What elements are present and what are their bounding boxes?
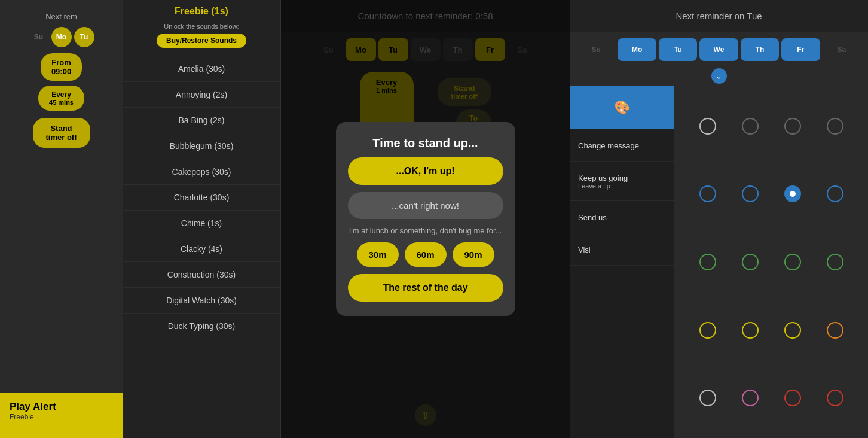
keep-going-sidebar-item[interactable]: Keep us going Leave a tip <box>570 163 674 201</box>
modal-title: Time to stand up... <box>372 136 478 150</box>
sound-annoying[interactable]: Annoying (2s) <box>123 82 280 108</box>
modal-60m-button[interactable]: 60m <box>405 242 447 267</box>
radio-red-2[interactable] <box>827 390 843 406</box>
right-day-sa[interactable]: Sa <box>823 38 861 61</box>
send-us-label: Send us <box>578 213 666 222</box>
sound-construction[interactable]: Construction (30s) <box>123 262 280 288</box>
radio-green-1[interactable] <box>699 254 716 270</box>
radio-cell-1-2[interactable] <box>742 110 759 143</box>
change-message-label: Change message <box>578 141 666 150</box>
day-su[interactable]: Su <box>29 27 49 47</box>
sound-amelia[interactable]: Amelia (30s) <box>123 56 280 82</box>
radio-row-3 <box>686 245 856 279</box>
radio-cell-4-2[interactable] <box>742 314 759 347</box>
modal-30m-button[interactable]: 30m <box>357 242 399 267</box>
radio-cell-5-1[interactable] <box>699 381 716 415</box>
sound-bubblegum[interactable]: Bubblegum (30s) <box>123 133 280 159</box>
right-body: 🎨 Change message Keep us going Leave a t… <box>570 86 868 438</box>
sound-cakepops[interactable]: Cakepops (30s) <box>123 159 280 185</box>
right-day-we[interactable]: We <box>699 38 738 61</box>
day-mo[interactable]: Mo <box>51 27 72 47</box>
unlock-text: Unlock the sounds below: <box>164 23 239 30</box>
radio-cell-3-4[interactable] <box>827 245 843 279</box>
sound-charlotte[interactable]: Charlotte (30s) <box>123 185 280 211</box>
radio-yellow-1[interactable] <box>699 322 716 339</box>
day-tu[interactable]: Tu <box>74 27 94 47</box>
stand-button[interactable]: Stand timer off <box>33 118 90 148</box>
left-days-row: Su Mo Tu <box>29 27 94 47</box>
radio-cell-2-1[interactable] <box>699 177 716 211</box>
sound-clacky[interactable]: Clacky (4s) <box>123 236 280 262</box>
radio-cell-1-4[interactable] <box>827 110 843 143</box>
visi-sidebar-item[interactable]: Visi <box>570 235 674 266</box>
radio-cell-5-4[interactable] <box>827 381 843 415</box>
radio-cell-3-1[interactable] <box>699 245 716 279</box>
radio-cell-3-3[interactable] <box>784 245 801 279</box>
sound-digital-watch[interactable]: Digital Watch (30s) <box>123 288 280 314</box>
panel-stand-timer: Next rem Su Mo Tu From 09:00 Every 45 mi… <box>0 0 123 438</box>
radio-gray-2[interactable] <box>784 118 801 135</box>
radio-green-2[interactable] <box>742 254 759 270</box>
chevron-down-indicator: ⌄ <box>570 67 868 86</box>
modal-time-row: 30m 60m 90m <box>357 242 494 267</box>
send-us-sidebar-item[interactable]: Send us <box>570 202 674 233</box>
modal-90m-button[interactable]: 90m <box>453 242 494 267</box>
radio-gray-1[interactable] <box>742 118 759 135</box>
buy-sounds-button[interactable]: Buy/Restore Sounds <box>157 34 246 48</box>
chevron-down-icon: ⌄ <box>711 68 727 84</box>
sound-chime[interactable]: Chime (1s) <box>123 211 280 236</box>
sound-ba-bing[interactable]: Ba Bing (2s) <box>123 108 280 133</box>
radio-cell-2-3[interactable] <box>784 177 801 211</box>
radio-white-2[interactable] <box>699 390 716 406</box>
palette-sidebar-item[interactable]: 🎨 <box>570 86 674 129</box>
radio-cell-5-3[interactable] <box>784 381 801 415</box>
radio-cell-3-2[interactable] <box>742 245 759 279</box>
radio-white-1[interactable] <box>699 118 716 135</box>
every-button[interactable]: Every 45 mins <box>38 86 84 111</box>
right-sidebar: 🎨 Change message Keep us going Leave a t… <box>570 86 674 438</box>
from-button[interactable]: From 09:00 <box>41 53 82 81</box>
radio-row-4 <box>686 314 856 347</box>
radio-row-2 <box>686 177 856 211</box>
radio-cell-4-4[interactable] <box>827 314 843 347</box>
play-alert-button[interactable]: Play Alert Freebie <box>0 393 123 438</box>
radio-cell-4-3[interactable] <box>784 314 801 347</box>
radio-green-3[interactable] <box>784 254 801 270</box>
modal-overlay: Time to stand up... ...OK, I'm up! ...ca… <box>281 0 570 438</box>
radio-row-1 <box>686 110 856 143</box>
radio-cell-2-4[interactable] <box>827 177 843 211</box>
right-day-mo[interactable]: Mo <box>618 38 656 61</box>
radio-gray-3[interactable] <box>827 118 843 135</box>
radio-blue-1[interactable] <box>699 185 716 202</box>
radio-yellow-2[interactable] <box>742 322 759 339</box>
modal-ok-button[interactable]: ...OK, I'm up! <box>348 157 503 185</box>
radio-green-4[interactable] <box>827 254 843 270</box>
radio-red-1[interactable] <box>784 390 801 406</box>
radio-row-5 <box>686 381 856 415</box>
modal-cant-button[interactable]: ...can't right now! <box>348 192 503 219</box>
radio-orange-1[interactable] <box>827 322 843 339</box>
radio-cell-2-2[interactable] <box>742 177 759 211</box>
right-day-fr[interactable]: Fr <box>781 38 820 61</box>
change-message-sidebar-item[interactable]: Change message <box>570 130 674 162</box>
panel-right: Next reminder on Tue Su Mo Tu We Th Fr S… <box>570 0 868 438</box>
right-day-th[interactable]: Th <box>741 38 779 61</box>
right-day-su[interactable]: Su <box>577 38 615 61</box>
right-day-tu[interactable]: Tu <box>659 38 697 61</box>
radio-pink-1[interactable] <box>742 390 759 406</box>
sound-duck-typing[interactable]: Duck Typing (30s) <box>123 314 280 339</box>
radio-cell-4-1[interactable] <box>699 314 716 347</box>
visi-label: Visi <box>578 245 666 254</box>
modal-excuse-text: I'm at lunch or something, don't bug me … <box>349 226 502 235</box>
radio-cell-1-3[interactable] <box>784 110 801 143</box>
radio-blue-4[interactable] <box>827 185 843 202</box>
radio-cell-5-2[interactable] <box>742 381 759 415</box>
palette-icon: 🎨 <box>609 95 635 121</box>
modal-rest-button[interactable]: The rest of the day <box>348 274 503 302</box>
right-days-row: Su Mo Tu We Th Fr Sa <box>570 32 868 67</box>
radio-yellow-3[interactable] <box>784 322 801 339</box>
modal-box: Time to stand up... ...OK, I'm up! ...ca… <box>336 122 515 316</box>
radio-blue-2[interactable] <box>742 185 759 202</box>
radio-blue-filled[interactable] <box>784 185 801 202</box>
radio-cell-1-1[interactable] <box>699 110 716 143</box>
